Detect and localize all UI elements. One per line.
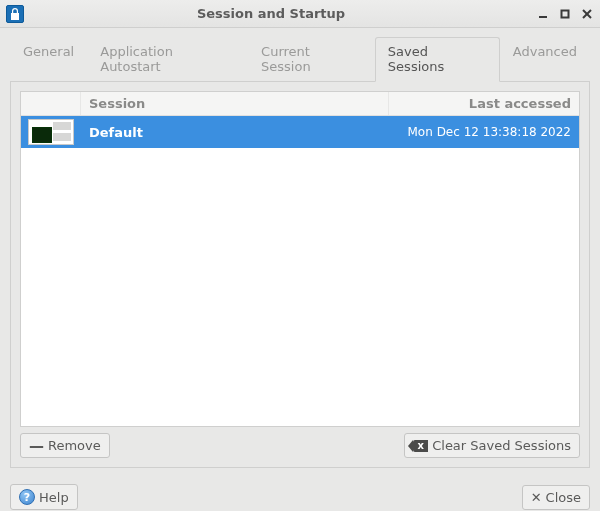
maximize-button[interactable] (558, 7, 572, 21)
sessions-list: Session Last accessed Default Mon Dec 12… (20, 91, 580, 427)
help-button[interactable]: ? Help (10, 484, 78, 510)
table-row[interactable]: Default Mon Dec 12 13:38:18 2022 (21, 116, 579, 148)
close-button[interactable]: ✕ Close (522, 485, 590, 510)
list-header: Session Last accessed (21, 92, 579, 116)
dialog-footer: ? Help ✕ Close (0, 478, 600, 511)
window-controls (536, 7, 594, 21)
tab-current-session[interactable]: Current Session (248, 37, 375, 82)
column-header-last-accessed[interactable]: Last accessed (389, 92, 579, 115)
window-title: Session and Startup (6, 6, 536, 21)
help-icon: ? (19, 489, 35, 505)
session-name: Default (81, 125, 389, 140)
thumbnail-icon (28, 119, 74, 145)
titlebar: Session and Startup (0, 0, 600, 28)
tab-saved-sessions[interactable]: Saved Sessions (375, 37, 500, 82)
tab-bar: General Application Autostart Current Se… (10, 36, 590, 82)
panel-actions: — Remove x Clear Saved Sessions (20, 433, 580, 458)
clear-button-label: Clear Saved Sessions (432, 438, 571, 453)
saved-sessions-panel: Session Last accessed Default Mon Dec 12… (10, 82, 590, 468)
tab-application-autostart[interactable]: Application Autostart (87, 37, 248, 82)
close-button-label: Close (546, 490, 581, 505)
tab-advanced[interactable]: Advanced (500, 37, 590, 82)
minus-icon: — (29, 441, 44, 451)
remove-button[interactable]: — Remove (20, 433, 110, 458)
close-icon: ✕ (531, 490, 542, 505)
window-close-button[interactable] (580, 7, 594, 21)
session-last-accessed: Mon Dec 12 13:38:18 2022 (389, 125, 579, 139)
column-header-session[interactable]: Session (81, 92, 389, 115)
backspace-icon: x (413, 440, 428, 452)
list-body[interactable]: Default Mon Dec 12 13:38:18 2022 (21, 116, 579, 426)
clear-saved-sessions-button[interactable]: x Clear Saved Sessions (404, 433, 580, 458)
tab-general[interactable]: General (10, 37, 87, 82)
svg-rect-1 (562, 10, 569, 17)
help-button-label: Help (39, 490, 69, 505)
session-thumbnail (21, 116, 81, 148)
content-area: General Application Autostart Current Se… (0, 28, 600, 478)
remove-button-label: Remove (48, 438, 101, 453)
minimize-button[interactable] (536, 7, 550, 21)
column-header-icon[interactable] (21, 92, 81, 115)
